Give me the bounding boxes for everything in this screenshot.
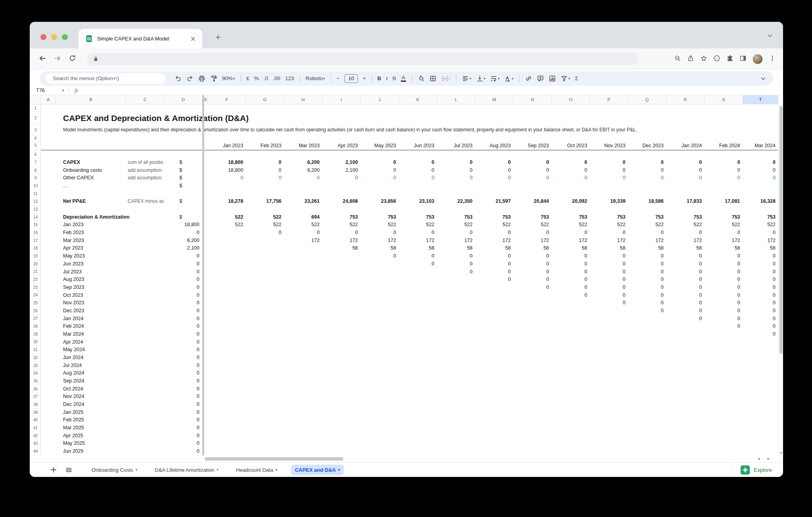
undo-button[interactable] xyxy=(174,75,182,82)
cell-N18[interactable]: 58 xyxy=(514,244,549,252)
cell-L12[interactable]: 22,350 xyxy=(438,198,472,206)
cell-Q18[interactable]: 58 xyxy=(629,244,663,252)
cell-B9[interactable]: Other CAPEX xyxy=(63,174,94,182)
cell-T18[interactable]: 58 xyxy=(744,244,776,252)
address-bar[interactable] xyxy=(87,53,638,65)
cell-S26[interactable]: 0 xyxy=(705,307,740,315)
cell-D36[interactable]: 0 xyxy=(165,385,199,393)
cell-S27[interactable]: 0 xyxy=(705,315,740,323)
cell-L16[interactable]: 0 xyxy=(438,229,472,237)
column-header-F[interactable]: F xyxy=(208,95,246,104)
cell-M16[interactable]: 0 xyxy=(476,229,511,237)
row-header-43[interactable]: 43 xyxy=(31,440,41,448)
cell-F12[interactable]: 18,278 xyxy=(209,198,243,206)
cell-I8[interactable]: 2,100 xyxy=(323,167,358,175)
cell-P18[interactable]: 58 xyxy=(591,244,625,252)
cell-H5[interactable]: Mar 2023 xyxy=(285,141,320,150)
cell-R22[interactable]: 0 xyxy=(667,276,702,284)
cell-P19[interactable]: 0 xyxy=(591,252,625,260)
cell-P14[interactable]: 753 xyxy=(591,213,625,221)
sheet-tab-dropdown-icon[interactable]: ▾ xyxy=(136,468,138,472)
dev-console-button[interactable] xyxy=(713,55,720,63)
cell-B31[interactable]: May 2024 xyxy=(63,346,85,354)
column-header-G[interactable]: G xyxy=(246,95,284,104)
cell-Q7[interactable]: 0 xyxy=(629,159,663,167)
cell-H8[interactable]: 6,200 xyxy=(285,167,320,175)
sheet-tab-capex-and-d-a[interactable]: CAPEX and D&A▾ xyxy=(291,465,344,475)
cell-D41[interactable]: 0 xyxy=(165,424,199,432)
column-header-C[interactable]: C xyxy=(126,95,165,104)
cell-J16[interactable]: 0 xyxy=(362,229,396,237)
cell-B37[interactable]: Nov 2024 xyxy=(63,393,84,401)
cell-Q23[interactable]: 0 xyxy=(629,284,663,292)
cell-B16[interactable]: Feb 2023 xyxy=(63,229,84,237)
cell-F15[interactable]: 522 xyxy=(209,221,243,229)
cell-R18[interactable]: 58 xyxy=(667,244,702,252)
currency-format-button[interactable]: £ xyxy=(247,75,250,81)
cell-M15[interactable]: 522 xyxy=(476,221,511,229)
cell-B19[interactable]: May 2023 xyxy=(63,252,85,260)
cell-M14[interactable]: 753 xyxy=(476,213,511,221)
row-header-8[interactable]: 8 xyxy=(31,167,41,175)
cell-B15[interactable]: Jan 2023 xyxy=(63,221,83,229)
cell-S20[interactable]: 0 xyxy=(705,260,740,268)
cell-O18[interactable]: 58 xyxy=(553,244,587,252)
share-button[interactable] xyxy=(687,55,694,63)
cell-G15[interactable]: 522 xyxy=(247,221,281,229)
cell-P25[interactable]: 0 xyxy=(591,299,625,307)
cell-P7[interactable]: 0 xyxy=(591,159,625,167)
cell-S28[interactable]: 0 xyxy=(705,323,740,331)
cell-D16[interactable]: 0 xyxy=(165,229,199,237)
cell-D31[interactable]: 0 xyxy=(165,346,199,354)
close-tab-icon[interactable] xyxy=(190,35,197,42)
close-window-button[interactable] xyxy=(40,34,46,40)
cell-T26[interactable]: 0 xyxy=(744,307,776,315)
cell-S24[interactable]: 0 xyxy=(705,292,740,300)
cell-B28[interactable]: Feb 2024 xyxy=(63,323,84,331)
cell-R14[interactable]: 753 xyxy=(667,213,702,221)
cell-M19[interactable]: 0 xyxy=(476,252,511,260)
cell-P21[interactable]: 0 xyxy=(591,268,625,276)
row-header-34[interactable]: 34 xyxy=(31,369,41,377)
cell-Q17[interactable]: 172 xyxy=(629,237,663,245)
column-header-S[interactable]: S xyxy=(705,95,743,104)
cell-B42[interactable]: Apr 2025 xyxy=(63,432,83,440)
row-header-33[interactable]: 33 xyxy=(31,362,41,370)
row-header-3[interactable]: 3 xyxy=(31,124,41,136)
cell-R8[interactable]: 0 xyxy=(667,167,702,175)
cell-M7[interactable]: 0 xyxy=(476,159,511,167)
row-header-44[interactable]: 44 xyxy=(31,448,41,455)
text-rotation-button[interactable]: ▾ xyxy=(504,75,514,82)
cell-S15[interactable]: 522 xyxy=(705,221,740,229)
cell-D37[interactable]: 0 xyxy=(165,393,199,401)
sheet-tab-dropdown-icon[interactable]: ▾ xyxy=(338,468,340,472)
row-header-35[interactable]: 35 xyxy=(31,377,41,385)
cell-B20[interactable]: Jun 2023 xyxy=(63,260,83,268)
column-header-E[interactable]: E xyxy=(204,95,208,104)
cell-O24[interactable]: 0 xyxy=(553,292,587,300)
cell-N15[interactable]: 522 xyxy=(514,221,549,229)
redo-button[interactable] xyxy=(186,75,193,82)
cell-N19[interactable]: 0 xyxy=(514,252,549,260)
cell-S5[interactable]: Feb 2024 xyxy=(705,141,740,150)
cell-Q15[interactable]: 522 xyxy=(629,221,663,229)
cell-N5[interactable]: Sep 2023 xyxy=(514,141,549,150)
cell-H9[interactable]: 0 xyxy=(285,174,320,182)
menu-search-input[interactable]: Search the menus (Option+/) xyxy=(46,73,166,84)
sheet-tab-d-a-lifetime-amortization[interactable]: D&A Lifetime Amortization▾ xyxy=(151,465,222,475)
cell-B22[interactable]: Aug 2023 xyxy=(63,276,84,284)
cell-Q9[interactable]: 0 xyxy=(629,174,663,182)
cell-M21[interactable]: 0 xyxy=(476,268,511,276)
cell-M17[interactable]: 172 xyxy=(476,237,511,245)
cell-D10[interactable]: $ xyxy=(175,182,187,190)
cell-N16[interactable]: 0 xyxy=(514,229,549,237)
cell-S23[interactable]: 0 xyxy=(705,284,740,292)
cell-L15[interactable]: 522 xyxy=(438,221,472,229)
cell-T5[interactable]: Mar 2024 xyxy=(744,141,776,150)
cell-B38[interactable]: Dec 2024 xyxy=(63,401,84,409)
cell-B26[interactable]: Dec 2023 xyxy=(63,307,84,315)
cell-N14[interactable]: 753 xyxy=(514,213,549,221)
cell-P8[interactable]: 0 xyxy=(591,167,625,175)
column-header-N[interactable]: N xyxy=(513,95,552,104)
cell-R21[interactable]: 0 xyxy=(667,268,702,276)
